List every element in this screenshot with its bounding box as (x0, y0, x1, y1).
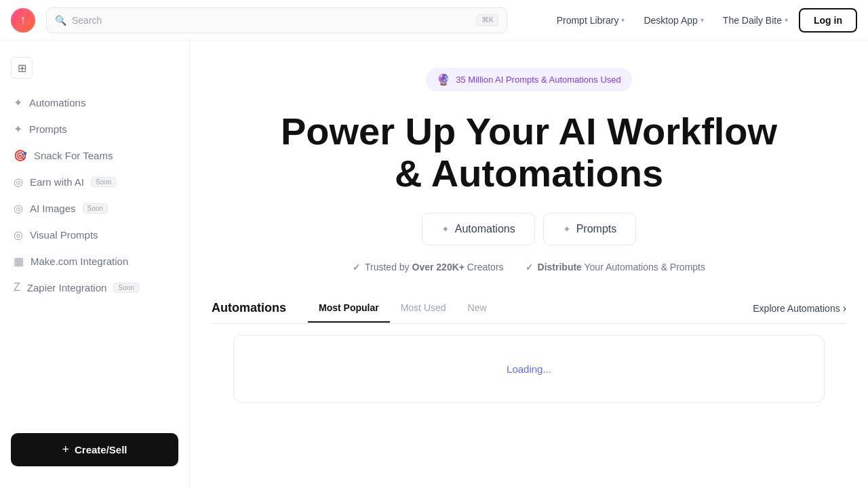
create-sell-button[interactable]: + Create/Sell (11, 433, 178, 466)
visual-icon: ◎ (14, 228, 23, 241)
teams-icon: 🎯 (14, 149, 27, 162)
prompt-library-nav[interactable]: Prompt Library ▾ (549, 11, 633, 30)
trust-item-distribute: ✓ Distribute Your Automations & Prompts (526, 262, 705, 272)
logo[interactable]: ↑ (11, 8, 35, 33)
sidebar-footer: + Create/Sell (0, 422, 189, 477)
automations-label: Automations (455, 223, 515, 235)
image-icon: ◎ (14, 202, 23, 215)
trust-bold: Over 220K+ (412, 262, 465, 272)
tabs-section: Automations Most Popular Most Used New E… (190, 293, 868, 413)
sidebar-item-label: AI Images (30, 203, 76, 214)
earn-icon: ◎ (14, 176, 23, 188)
desktop-app-nav[interactable]: Desktop App ▾ (635, 11, 711, 30)
header: ↑ 🔍 Search ⌘K Prompt Library ▾ Desktop A… (0, 0, 868, 41)
makecom-icon: ▦ (14, 255, 24, 268)
soon-badge: Soon (91, 177, 116, 187)
prompts-label: Prompts (576, 223, 617, 235)
badge-icon: 🔮 (437, 73, 450, 86)
loading-text: Loading... (507, 363, 551, 375)
sparkle-icon: ✦ (14, 96, 22, 109)
hero-section: 🔮 35 Million AI Prompts & Automations Us… (190, 41, 868, 293)
create-sell-label: Create/Sell (75, 444, 127, 455)
sidebar-item-zapier[interactable]: Z Zapier Integration Soon (0, 274, 189, 300)
chevron-down-icon: ▾ (785, 16, 788, 24)
sidebar-item-makecom[interactable]: ▦ Make.com Integration (0, 248, 189, 274)
layout: ⊞ ✦ Automations ✦ Prompts 🎯 Snack For Te… (0, 41, 868, 488)
chevron-right-icon: › (843, 302, 846, 314)
header-nav: Prompt Library ▾ Desktop App ▾ The Daily… (549, 8, 857, 33)
sidebar-item-snack-for-teams[interactable]: 🎯 Snack For Teams (0, 142, 189, 169)
tab-most-used[interactable]: Most Used (390, 294, 457, 323)
chevron-down-icon: ▾ (621, 16, 625, 24)
sidebar-item-ai-images[interactable]: ◎ AI Images Soon (0, 195, 189, 222)
content-area: Loading... (212, 324, 846, 413)
sidebar-item-earn-with-ai[interactable]: ◎ Earn with AI Soon (0, 169, 189, 195)
zapier-icon: Z (14, 281, 20, 293)
prompts-button[interactable]: ✦ Prompts (543, 213, 637, 245)
search-icon: 🔍 (55, 15, 66, 26)
trust-row: ✓ Trusted by Over 220K+ Creators ✓ Distr… (231, 262, 827, 272)
sidebar-item-visual-prompts[interactable]: ◎ Visual Prompts (0, 222, 189, 248)
sidebar-collapse-area: ⊞ (0, 52, 189, 84)
hero-badge: 🔮 35 Million AI Prompts & Automations Us… (426, 68, 632, 92)
sparkle-icon: ✦ (563, 224, 571, 235)
search-bar[interactable]: 🔍 Search ⌘K (46, 7, 507, 33)
hero-title: Power Up Your AI Workflow & Automations (231, 110, 827, 194)
loading-card: Loading... (233, 335, 825, 403)
tabs-header: Automations Most Popular Most Used New E… (212, 293, 846, 324)
trust-item-creators: ✓ Trusted by Over 220K+ Creators (353, 262, 504, 272)
explore-automations-link[interactable]: Explore Automations › (753, 302, 846, 314)
sidebar: ⊞ ✦ Automations ✦ Prompts 🎯 Snack For Te… (0, 41, 190, 488)
automations-button[interactable]: ✦ Automations (422, 213, 535, 245)
trust-bold: Distribute (538, 262, 582, 272)
chevron-down-icon: ▾ (701, 16, 704, 24)
sidebar-item-label: Snack For Teams (34, 150, 113, 161)
login-button[interactable]: Log in (799, 8, 857, 33)
sidebar-item-label: Make.com Integration (31, 256, 128, 267)
explore-label: Explore Automations (753, 303, 840, 314)
section-title: Automations (212, 293, 297, 323)
logo-icon: ↑ (20, 13, 26, 27)
soon-badge: Soon (113, 283, 138, 293)
sidebar-item-label: Visual Prompts (30, 229, 98, 241)
check-icon: ✓ (526, 262, 534, 272)
badge-text: 35 Million AI Prompts & Automations Used (456, 75, 621, 85)
hero-buttons: ✦ Automations ✦ Prompts (231, 213, 827, 245)
sidebar-item-automations[interactable]: ✦ Automations (0, 89, 189, 116)
soon-badge: Soon (83, 203, 108, 214)
sidebar-item-label: Zapier Integration (27, 282, 107, 293)
collapse-icon: ⊞ (18, 62, 26, 75)
sparkle-icon: ✦ (14, 123, 22, 136)
sidebar-item-label: Earn with AI (30, 176, 84, 188)
sidebar-item-prompts[interactable]: ✦ Prompts (0, 116, 189, 142)
tab-new[interactable]: New (457, 294, 498, 323)
check-icon: ✓ (353, 262, 361, 272)
search-shortcut: ⌘K (477, 14, 498, 26)
daily-bite-nav[interactable]: The Daily Bite ▾ (715, 11, 796, 30)
sidebar-item-label: Prompts (29, 123, 67, 135)
sidebar-item-label: Automations (29, 97, 85, 108)
plus-icon: + (62, 443, 69, 457)
tab-most-popular[interactable]: Most Popular (308, 294, 390, 323)
sparkle-icon: ✦ (441, 224, 450, 235)
sidebar-collapse-button[interactable]: ⊞ (11, 57, 33, 79)
main-content: 🔮 35 Million AI Prompts & Automations Us… (190, 41, 868, 488)
search-placeholder: Search (72, 15, 471, 26)
